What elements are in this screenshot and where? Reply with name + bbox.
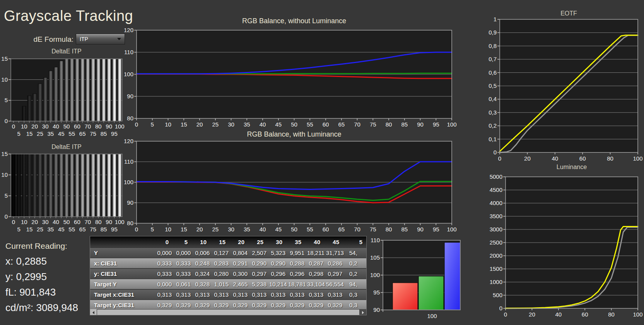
grayscale-bar	[43, 154, 47, 217]
scroll-left-icon	[92, 311, 94, 314]
table-cell: 0,313	[193, 289, 212, 300]
luminance-chart: 0500100015002000250030003500400045005000…	[506, 177, 638, 308]
row-label: Target Y	[90, 279, 155, 289]
grayscale-bar	[112, 154, 116, 217]
current-reading-cdm2: cd/m²: 3089,948	[5, 302, 78, 314]
tick-label: 105	[367, 254, 380, 261]
table-cell: 0,313	[231, 289, 250, 300]
tick-label: 95	[106, 226, 122, 233]
grayscale-tracking-window: Grayscale Tracking dE Formula: ITP Delta…	[0, 0, 644, 325]
table-header-cell	[90, 236, 155, 248]
table-cell: 5,323	[269, 248, 288, 258]
grayscale-bar	[12, 154, 15, 217]
table-row: Target y:CIE310,3290,3290,3290,3290,3290…	[90, 300, 367, 310]
tick-label: 0	[496, 311, 515, 318]
tick-label: 5	[0, 192, 8, 199]
rgb-balance-with-luminance-chart: 8090100110120051015202530354045505560657…	[137, 141, 452, 223]
table-cell: 0,329	[288, 300, 307, 310]
row-label: x: CIE31	[90, 258, 155, 269]
rgb1-title: RGB Balance, without Luminance	[137, 17, 452, 25]
tick-label: 0,6	[483, 69, 497, 76]
table-header-cell: 0	[155, 236, 174, 248]
tick-label: 100	[417, 313, 448, 319]
scrollbar-thumb[interactable]	[97, 310, 359, 315]
scroll-left-button[interactable]	[90, 309, 97, 315]
grayscale-bar	[96, 59, 100, 121]
grayscale-bar	[17, 154, 21, 217]
tick-label: 1500	[485, 265, 502, 272]
blue-bar	[444, 242, 460, 310]
deltae2-title: DeltaE ITP	[11, 144, 122, 151]
table-cell: 56,554	[326, 279, 345, 289]
scroll-right-button[interactable]	[360, 309, 366, 315]
table-cell: 0,2	[345, 258, 367, 269]
table-header-cell: 5	[174, 236, 193, 248]
tick-label: 0,8	[483, 43, 497, 49]
table-header-cell: 15	[212, 236, 231, 248]
table-cell: 0,313	[326, 289, 345, 300]
table-header-cell: 45	[326, 236, 345, 248]
table-cell: 0,000	[155, 248, 174, 258]
chart-canvas	[383, 240, 460, 310]
table-cell: 10,214	[269, 279, 288, 289]
tick-label: 40	[549, 311, 568, 318]
de-formula-label: dE Formula:	[19, 35, 73, 44]
tick-label: 60	[575, 311, 594, 318]
table-cell: 0,329	[326, 300, 345, 310]
tick-label: 3000	[485, 226, 502, 233]
grayscale-bar	[65, 154, 68, 217]
tick-label: 0	[490, 155, 509, 162]
current-reading-y: y: 0,2995	[5, 271, 47, 283]
green-bar	[419, 276, 444, 310]
table-cell: 0,296	[269, 269, 288, 279]
tick-label: 110	[120, 158, 133, 165]
tick-label: 100	[120, 179, 133, 185]
table-cell: 0,127	[212, 248, 231, 258]
chart-canvas	[11, 59, 122, 121]
grayscale-bar	[70, 154, 74, 217]
tick-label: 0,1	[483, 136, 497, 142]
grayscale-bar	[80, 154, 84, 217]
table-cell: 0,300	[231, 269, 250, 279]
table-cell: 0,3	[345, 300, 367, 310]
tick-label: 80	[602, 311, 621, 318]
table-cell: 0,298	[307, 269, 326, 279]
tick-label: 15	[0, 55, 8, 62]
table-cell: 54,	[345, 248, 367, 258]
rgb-balance-without-luminance-chart: 8090100110120051015202530354045505560657…	[137, 30, 452, 118]
tick-label: 1000	[485, 279, 502, 285]
tick-label: 40	[545, 155, 565, 162]
tick-label: 2000	[485, 252, 502, 259]
grayscale-bar	[38, 84, 42, 121]
grayscale-bar	[38, 154, 42, 217]
table-cell: 0,333	[174, 269, 193, 279]
scroll-right-icon	[362, 311, 364, 314]
deltae1-title: DeltaE ITP	[11, 48, 122, 55]
table-horizontal-scrollbar[interactable]	[90, 309, 366, 315]
table-cell: 0,329	[174, 300, 193, 310]
table-cell: 0,291	[231, 258, 250, 269]
table-cell: 0,283	[212, 258, 231, 269]
tick-label: 10	[0, 76, 8, 83]
table-cell: 0,333	[174, 258, 193, 269]
table-cell: 0,313	[250, 289, 269, 300]
de-formula-dropdown[interactable]: ITP	[76, 34, 125, 44]
eotf-title: EOTF	[500, 10, 638, 17]
table-header-row: 0510152025303540455	[90, 236, 367, 248]
tick-label: 20	[522, 311, 542, 318]
grayscale-bar	[102, 59, 106, 121]
table-cell: 0,290	[250, 258, 269, 269]
table-row: x: CIE310,3330,3330,2480,2830,2910,2900,…	[90, 258, 367, 269]
table-header-cell: 5	[345, 236, 367, 248]
tick-label: 100	[367, 272, 380, 278]
table-cell: 0,286	[326, 258, 345, 269]
luminance-title: Luminance	[506, 164, 638, 171]
table-cell: 0,804	[231, 248, 250, 258]
tick-label: 4000	[485, 200, 502, 206]
table-cell: 0,000	[174, 248, 193, 258]
table-cell: 0,328	[193, 279, 212, 289]
grayscale-bar	[91, 59, 95, 121]
table-cell: 0,313	[155, 289, 174, 300]
grayscale-bar	[75, 154, 79, 217]
table-header-cell: 35	[288, 236, 307, 248]
